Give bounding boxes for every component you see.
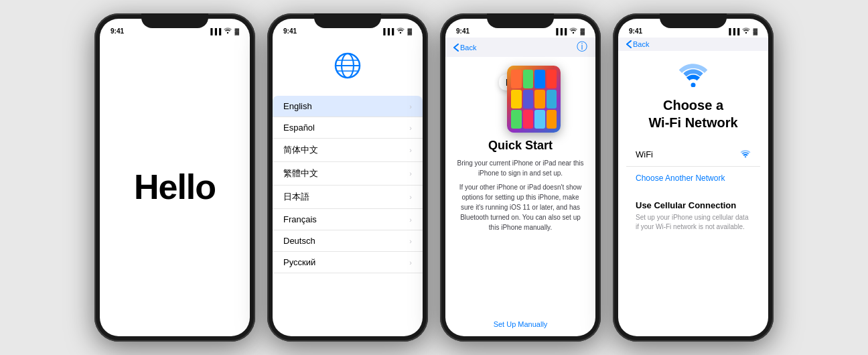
status-time-2: 9:41 <box>283 27 297 35</box>
setup-manually-link[interactable]: Set Up Manually <box>494 320 548 328</box>
wifi-content: Back Choose a Wi-Fi Network <box>618 38 768 336</box>
signal-icon-1: ▐▐▐ <box>208 28 221 35</box>
hello-greeting: Hello <box>134 167 216 207</box>
svg-point-10 <box>745 156 746 157</box>
choose-another-label: Choose Another Network <box>636 173 725 183</box>
app-5 <box>511 90 522 109</box>
chevron-icon: › <box>409 124 412 132</box>
chevron-icon: › <box>409 146 412 154</box>
app-9 <box>511 110 522 129</box>
list-item[interactable]: Deutsch › <box>273 230 423 252</box>
phone-illustration-container: Hello <box>445 57 595 139</box>
app-12 <box>547 110 557 129</box>
phone-4-wifi: 9:41 ▐▐▐ ▓ <box>613 13 774 342</box>
list-item[interactable]: Español › <box>273 117 423 139</box>
svg-point-0 <box>227 32 228 33</box>
chevron-icon: › <box>409 102 412 111</box>
status-bar-4: 9:41 ▐▐▐ ▓ <box>618 19 768 38</box>
language-name: 简体中文 <box>283 144 318 156</box>
language-name: Français <box>283 214 317 224</box>
app-1 <box>511 70 522 88</box>
signal-icon-3: ▐▐▐ <box>554 28 567 35</box>
app-6 <box>523 90 534 109</box>
status-time-3: 9:41 <box>456 27 469 35</box>
wifi-status-icon-3 <box>569 27 577 35</box>
status-icons-1: ▐▐▐ ▓ <box>208 27 239 35</box>
list-item[interactable]: 简体中文 › <box>273 139 423 162</box>
wifi-status-icon-2 <box>396 27 405 35</box>
quickstart-title: Quick Start <box>456 139 585 153</box>
status-time-4: 9:41 <box>629 27 642 35</box>
chevron-icon: › <box>409 259 412 267</box>
language-name: Deutsch <box>283 236 315 246</box>
quickstart-footer: Set Up Manually <box>445 317 595 330</box>
nav-bar-3: Back ⓘ <box>445 38 595 57</box>
chevron-icon: › <box>409 216 412 224</box>
svg-point-8 <box>745 32 747 33</box>
cellular-title: Use Cellular Connection <box>636 200 751 210</box>
battery-icon-3: ▓ <box>580 28 585 35</box>
nav-bar-4: Back <box>618 38 768 51</box>
list-item[interactable]: 日本語 › <box>273 186 423 209</box>
phone-1-screen: 9:41 ▐▐▐ ▓ Hello <box>100 19 250 336</box>
list-item[interactable]: Русский › <box>273 252 423 273</box>
choose-another-item[interactable]: Choose Another Network <box>626 167 760 190</box>
phones-container: 9:41 ▐▐▐ ▓ Hello <box>74 0 794 355</box>
wifi-page-title: Choose a Wi-Fi Network <box>618 96 768 131</box>
wifi-signal-icon <box>740 149 751 159</box>
chevron-icon: › <box>409 169 412 178</box>
wifi-network-item[interactable]: WiFi <box>626 142 760 167</box>
info-icon-3[interactable]: ⓘ <box>577 40 587 54</box>
status-icons-4: ▐▐▐ ▓ <box>727 27 757 35</box>
list-item[interactable]: Français › <box>273 209 423 230</box>
phone-3-quickstart: 9:41 ▐▐▐ ▓ <box>440 13 601 342</box>
cellular-section: Use Cellular Connection Set up your iPho… <box>626 194 760 238</box>
language-content: English › Español › 简体中文 › 繁體中文 › <box>273 38 423 336</box>
app-7 <box>534 90 545 109</box>
status-bar-3: 9:41 ▐▐▐ ▓ <box>445 19 595 38</box>
globe-icon <box>273 38 423 96</box>
svg-point-7 <box>573 32 574 33</box>
wifi-status-icon-1 <box>224 27 232 35</box>
language-name: 繁體中文 <box>283 167 318 180</box>
phone-3-screen: 9:41 ▐▐▐ ▓ <box>445 19 595 336</box>
status-icons-3: ▐▐▐ ▓ <box>554 27 585 35</box>
back-button-3[interactable]: Back <box>453 44 476 52</box>
app-3 <box>534 70 545 88</box>
chevron-icon: › <box>409 237 412 245</box>
list-item[interactable]: English › <box>273 96 423 117</box>
list-item[interactable]: 繁體中文 › <box>273 162 423 186</box>
language-name: English <box>283 101 312 111</box>
battery-icon-2: ▓ <box>407 28 412 35</box>
quickstart-desc1: Bring your current iPhone or iPad near t… <box>456 158 585 178</box>
iphone-mini <box>507 66 561 133</box>
app-grid <box>507 66 561 133</box>
battery-icon-1: ▓ <box>234 28 239 35</box>
app-10 <box>523 110 534 129</box>
language-name: 日本語 <box>283 191 309 203</box>
phone-2-language: 9:41 ▐▐▐ ▓ <box>267 13 428 342</box>
quickstart-desc2: If your other iPhone or iPad doesn't sho… <box>456 182 585 232</box>
cellular-desc: Set up your iPhone using cellular data i… <box>636 213 751 232</box>
app-11 <box>534 110 545 129</box>
back-button-4[interactable]: Back <box>626 40 649 48</box>
status-bar-1: 9:41 ▐▐▐ ▓ <box>100 19 250 38</box>
phone-1-hello: 9:41 ▐▐▐ ▓ Hello <box>94 13 255 342</box>
quickstart-body: Quick Start Bring your current iPhone or… <box>445 139 595 232</box>
app-2 <box>523 70 534 88</box>
svg-point-9 <box>691 83 696 88</box>
language-name: Español <box>283 123 315 133</box>
wifi-status-icon-4 <box>742 27 750 35</box>
signal-icon-2: ▐▐▐ <box>381 28 394 35</box>
language-name: Русский <box>283 257 315 267</box>
language-list: English › Español › 简体中文 › 繁體中文 › <box>273 96 423 273</box>
wifi-icon-large <box>618 51 768 96</box>
battery-icon-4: ▓ <box>753 28 757 35</box>
quickstart-content: Back ⓘ Hello <box>445 38 595 336</box>
app-4 <box>547 70 557 88</box>
status-time-1: 9:41 <box>111 27 124 35</box>
network-name: WiFi <box>636 149 653 159</box>
hello-content: Hello <box>100 38 250 336</box>
signal-icon-4: ▐▐▐ <box>727 28 739 35</box>
illustration-wrapper: Hello <box>480 62 561 136</box>
